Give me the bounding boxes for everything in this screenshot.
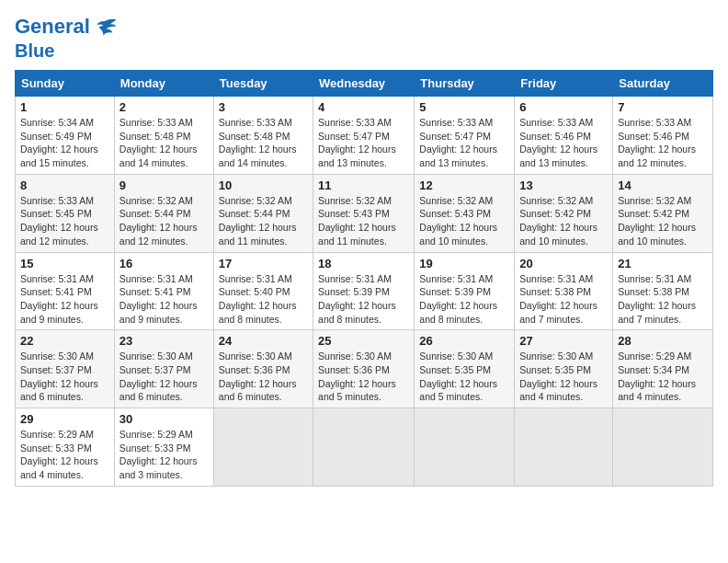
day-number: 20 — [519, 257, 608, 270]
day-number: 6 — [519, 100, 608, 114]
calendar-day-cell: 30 Sunrise: 5:29 AMSunset: 5:33 PMDaylig… — [114, 408, 213, 487]
day-number: 2 — [119, 100, 209, 114]
day-number: 1 — [20, 100, 109, 114]
day-number: 18 — [318, 257, 409, 270]
calendar-day-cell: 29 Sunrise: 5:29 AMSunset: 5:33 PMDaylig… — [16, 408, 115, 487]
day-number: 12 — [419, 178, 509, 192]
day-number: 27 — [519, 334, 608, 348]
day-number: 4 — [318, 100, 409, 114]
calendar-day-cell: 3 Sunrise: 5:33 AMSunset: 5:48 PMDayligh… — [213, 97, 313, 175]
day-info: Sunrise: 5:32 AMSunset: 5:44 PMDaylight:… — [219, 195, 297, 247]
day-info: Sunrise: 5:33 AMSunset: 5:47 PMDaylight:… — [419, 117, 497, 168]
day-info: Sunrise: 5:30 AMSunset: 5:37 PMDaylight:… — [119, 350, 198, 402]
header-day-monday: Monday — [114, 71, 213, 97]
day-info: Sunrise: 5:32 AMSunset: 5:42 PMDaylight:… — [618, 195, 696, 247]
calendar-day-cell: 27 Sunrise: 5:30 AMSunset: 5:35 PMDaylig… — [515, 330, 613, 408]
header-day-tuesday: Tuesday — [213, 71, 313, 97]
day-info: Sunrise: 5:31 AMSunset: 5:40 PMDaylight:… — [219, 273, 297, 325]
day-info: Sunrise: 5:33 AMSunset: 5:48 PMDaylight:… — [119, 117, 198, 168]
day-info: Sunrise: 5:32 AMSunset: 5:44 PMDaylight:… — [119, 195, 198, 247]
calendar-week-row: 1 Sunrise: 5:34 AMSunset: 5:49 PMDayligh… — [16, 97, 713, 175]
calendar-day-cell: 7 Sunrise: 5:33 AMSunset: 5:46 PMDayligh… — [613, 97, 713, 175]
calendar-day-cell: 14 Sunrise: 5:32 AMSunset: 5:42 PMDaylig… — [613, 174, 713, 252]
calendar-day-cell — [415, 408, 515, 487]
calendar-day-cell: 9 Sunrise: 5:32 AMSunset: 5:44 PMDayligh… — [114, 174, 213, 252]
day-info: Sunrise: 5:32 AMSunset: 5:42 PMDaylight:… — [519, 195, 597, 247]
day-info: Sunrise: 5:30 AMSunset: 5:35 PMDaylight:… — [419, 350, 497, 402]
calendar-header-row: SundayMondayTuesdayWednesdayThursdayFrid… — [16, 71, 713, 97]
day-info: Sunrise: 5:31 AMSunset: 5:38 PMDaylight:… — [519, 273, 597, 325]
calendar-day-cell: 12 Sunrise: 5:32 AMSunset: 5:43 PMDaylig… — [415, 174, 515, 252]
logo: General Blue — [15, 15, 118, 61]
calendar-day-cell: 19 Sunrise: 5:31 AMSunset: 5:39 PMDaylig… — [415, 252, 515, 330]
calendar-day-cell: 2 Sunrise: 5:33 AMSunset: 5:48 PMDayligh… — [114, 97, 213, 175]
header-day-thursday: Thursday — [415, 71, 515, 97]
calendar-day-cell: 13 Sunrise: 5:32 AMSunset: 5:42 PMDaylig… — [515, 174, 613, 252]
calendar-day-cell: 26 Sunrise: 5:30 AMSunset: 5:35 PMDaylig… — [415, 330, 515, 408]
day-info: Sunrise: 5:30 AMSunset: 5:36 PMDaylight:… — [318, 350, 396, 402]
calendar-week-row: 8 Sunrise: 5:33 AMSunset: 5:45 PMDayligh… — [16, 174, 713, 252]
calendar-day-cell: 22 Sunrise: 5:30 AMSunset: 5:37 PMDaylig… — [16, 330, 115, 408]
day-number: 26 — [419, 334, 509, 348]
day-number: 25 — [318, 334, 409, 348]
calendar-day-cell: 21 Sunrise: 5:31 AMSunset: 5:38 PMDaylig… — [613, 252, 713, 330]
day-number: 24 — [219, 334, 308, 348]
calendar-day-cell: 28 Sunrise: 5:29 AMSunset: 5:34 PMDaylig… — [613, 330, 713, 408]
day-number: 5 — [419, 100, 509, 114]
day-number: 9 — [119, 178, 209, 192]
day-info: Sunrise: 5:31 AMSunset: 5:41 PMDaylight:… — [119, 273, 198, 325]
page-header: General Blue — [15, 15, 713, 61]
calendar-day-cell: 5 Sunrise: 5:33 AMSunset: 5:47 PMDayligh… — [415, 97, 515, 175]
logo-blue-text: Blue — [15, 40, 118, 61]
day-info: Sunrise: 5:34 AMSunset: 5:49 PMDaylight:… — [20, 117, 98, 168]
day-number: 30 — [119, 412, 209, 426]
day-info: Sunrise: 5:31 AMSunset: 5:39 PMDaylight:… — [318, 273, 396, 325]
day-info: Sunrise: 5:31 AMSunset: 5:39 PMDaylight:… — [419, 273, 497, 325]
logo-bird-icon — [92, 15, 118, 40]
day-info: Sunrise: 5:33 AMSunset: 5:47 PMDaylight:… — [318, 117, 396, 168]
day-info: Sunrise: 5:30 AMSunset: 5:37 PMDaylight:… — [20, 350, 98, 402]
calendar-day-cell: 17 Sunrise: 5:31 AMSunset: 5:40 PMDaylig… — [213, 252, 313, 330]
day-info: Sunrise: 5:31 AMSunset: 5:38 PMDaylight:… — [618, 273, 696, 325]
day-info: Sunrise: 5:29 AMSunset: 5:34 PMDaylight:… — [618, 350, 696, 402]
day-number: 11 — [318, 178, 409, 192]
day-number: 21 — [618, 257, 708, 270]
calendar-day-cell: 24 Sunrise: 5:30 AMSunset: 5:36 PMDaylig… — [213, 330, 313, 408]
calendar-day-cell: 8 Sunrise: 5:33 AMSunset: 5:45 PMDayligh… — [16, 174, 115, 252]
day-number: 10 — [219, 178, 308, 192]
day-number: 14 — [618, 178, 708, 192]
day-number: 23 — [119, 334, 209, 348]
day-number: 22 — [20, 334, 109, 348]
calendar-day-cell: 25 Sunrise: 5:30 AMSunset: 5:36 PMDaylig… — [313, 330, 415, 408]
calendar-day-cell — [213, 408, 313, 487]
calendar-table: SundayMondayTuesdayWednesdayThursdayFrid… — [15, 70, 713, 487]
header-day-friday: Friday — [515, 71, 613, 97]
day-number: 15 — [20, 257, 109, 270]
calendar-day-cell — [515, 408, 613, 487]
day-info: Sunrise: 5:32 AMSunset: 5:43 PMDaylight:… — [419, 195, 497, 247]
calendar-week-row: 15 Sunrise: 5:31 AMSunset: 5:41 PMDaylig… — [16, 252, 713, 330]
header-day-wednesday: Wednesday — [313, 71, 415, 97]
day-info: Sunrise: 5:30 AMSunset: 5:35 PMDaylight:… — [519, 350, 597, 402]
calendar-day-cell: 18 Sunrise: 5:31 AMSunset: 5:39 PMDaylig… — [313, 252, 415, 330]
calendar-day-cell: 16 Sunrise: 5:31 AMSunset: 5:41 PMDaylig… — [114, 252, 213, 330]
day-number: 19 — [419, 257, 509, 270]
calendar-week-row: 22 Sunrise: 5:30 AMSunset: 5:37 PMDaylig… — [16, 330, 713, 408]
calendar-day-cell: 1 Sunrise: 5:34 AMSunset: 5:49 PMDayligh… — [16, 97, 115, 175]
day-info: Sunrise: 5:29 AMSunset: 5:33 PMDaylight:… — [119, 429, 198, 480]
day-number: 8 — [20, 178, 109, 192]
day-number: 17 — [219, 257, 308, 270]
day-info: Sunrise: 5:33 AMSunset: 5:46 PMDaylight:… — [519, 117, 597, 168]
header-day-saturday: Saturday — [613, 71, 713, 97]
day-number: 13 — [519, 178, 608, 192]
day-info: Sunrise: 5:33 AMSunset: 5:46 PMDaylight:… — [618, 117, 696, 168]
calendar-day-cell: 20 Sunrise: 5:31 AMSunset: 5:38 PMDaylig… — [515, 252, 613, 330]
calendar-day-cell: 15 Sunrise: 5:31 AMSunset: 5:41 PMDaylig… — [16, 252, 115, 330]
calendar-day-cell — [613, 408, 713, 487]
calendar-day-cell: 6 Sunrise: 5:33 AMSunset: 5:46 PMDayligh… — [515, 97, 613, 175]
calendar-day-cell — [313, 408, 415, 487]
day-info: Sunrise: 5:30 AMSunset: 5:36 PMDaylight:… — [219, 350, 297, 402]
day-info: Sunrise: 5:31 AMSunset: 5:41 PMDaylight:… — [20, 273, 98, 325]
day-info: Sunrise: 5:32 AMSunset: 5:43 PMDaylight:… — [318, 195, 396, 247]
calendar-day-cell: 11 Sunrise: 5:32 AMSunset: 5:43 PMDaylig… — [313, 174, 415, 252]
